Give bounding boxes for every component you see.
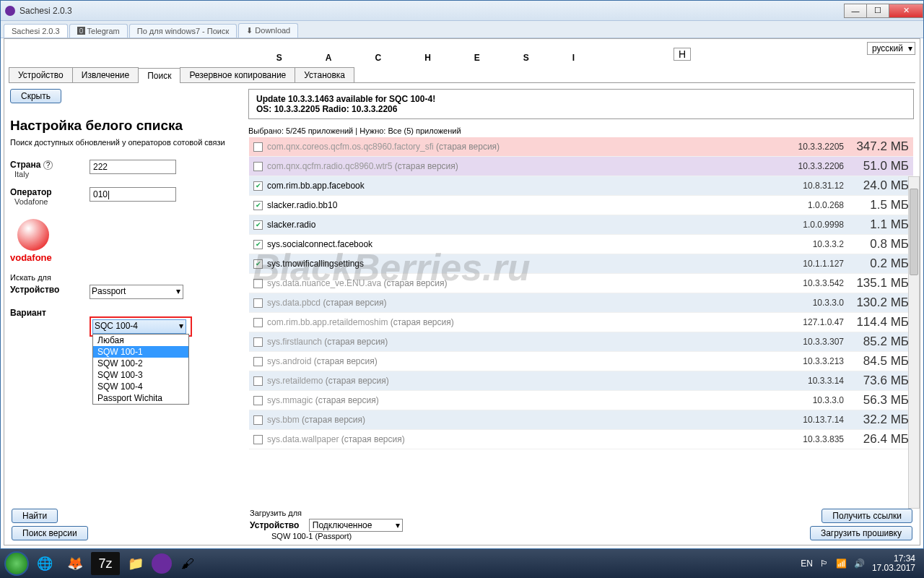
operator-input[interactable]: [90, 187, 176, 202]
list-item[interactable]: ✔slacker.radio.bb101.0.0.2681.5 МБ: [249, 196, 913, 215]
tab-Установка[interactable]: Установка: [295, 67, 354, 82]
browser-tab[interactable]: 🅾 Telegram: [69, 24, 128, 38]
variant-option[interactable]: Любая: [93, 335, 188, 346]
checkbox[interactable]: [253, 376, 263, 386]
checkbox[interactable]: [253, 142, 263, 152]
app-name: sys.tmowificallingsettings: [267, 259, 779, 269]
device-label: Устройство: [10, 285, 59, 295]
app-icon: [5, 6, 15, 16]
checkbox[interactable]: ✔: [253, 220, 263, 230]
app-size: 73.6 МБ: [844, 374, 909, 388]
app-version: 10.3.3.0: [779, 395, 844, 405]
app-version: 10.3.3.0: [779, 298, 844, 308]
checkbox[interactable]: [253, 298, 263, 308]
list-item[interactable]: sys.android (старая версия)10.3.3.21384.…: [249, 352, 913, 371]
list-item[interactable]: com.qnx.coreos.qcfm.os.qc8960.factory_sf…: [249, 137, 913, 157]
checkbox[interactable]: [253, 396, 263, 405]
device-select[interactable]: Passport: [90, 285, 183, 299]
find-button[interactable]: Найти: [12, 509, 58, 523]
start-button[interactable]: [4, 551, 29, 576]
taskbar-chrome-icon[interactable]: 🌐: [30, 552, 59, 575]
checkbox[interactable]: ✔: [253, 181, 263, 191]
list-item[interactable]: sys.data.pbcd (старая версия)10.3.3.0130…: [249, 293, 913, 313]
checkbox[interactable]: [253, 162, 263, 171]
list-item[interactable]: ✔sys.tmowificallingsettings10.1.1.1270.2…: [249, 254, 913, 274]
list-item[interactable]: ✔slacker.radio1.0.0.99981.1 МБ: [249, 215, 913, 235]
close-button[interactable]: ✕: [889, 4, 923, 18]
app-size: 84.5 МБ: [844, 354, 909, 368]
app-version: 1.0.0.9998: [779, 220, 844, 230]
download-firmware-button[interactable]: Загрузить прошивку: [810, 526, 912, 540]
list-item[interactable]: sys.retaildemo (старая версия)10.3.3.147…: [249, 371, 913, 391]
find-version-button[interactable]: Поиск версии: [12, 526, 88, 540]
scrollbar-thumb[interactable]: [910, 189, 918, 275]
variant-option[interactable]: SQW 100-1: [93, 346, 188, 358]
variant-option[interactable]: SQW 100-4: [93, 381, 188, 392]
country-input[interactable]: [90, 160, 176, 174]
app-version: 10.3.3.2206: [779, 161, 844, 171]
checkbox[interactable]: [253, 318, 263, 327]
app-version: 127.1.0.47: [779, 317, 844, 327]
list-item[interactable]: com.qnx.qcfm.radio.qc8960.wtr5 (старая в…: [249, 157, 913, 176]
list-item[interactable]: sys.firstlaunch (старая версия)10.3.3.30…: [249, 332, 913, 352]
taskbar-sachesi-icon[interactable]: [152, 553, 172, 574]
checkbox[interactable]: [253, 279, 263, 288]
variant-option[interactable]: SQW 100-2: [93, 358, 188, 369]
variant-option[interactable]: SQW 100-3: [93, 369, 188, 381]
app-name: com.rim.bb.app.facebook: [267, 181, 779, 191]
title-help-button[interactable]: H: [674, 48, 691, 61]
tray-flag-icon[interactable]: 🏳: [820, 558, 829, 569]
tab-Резервное копирование[interactable]: Резервное копирование: [180, 67, 295, 82]
taskbar-7z-icon[interactable]: 7z: [91, 552, 120, 575]
taskbar-gimp-icon[interactable]: 🖌: [173, 552, 202, 575]
checkbox[interactable]: [253, 337, 263, 347]
tab-Устройство[interactable]: Устройство: [9, 67, 73, 82]
variant-option[interactable]: Passport Wichita: [93, 392, 188, 404]
footer-device-select[interactable]: Подключенное: [309, 519, 403, 532]
taskbar-firefox-icon[interactable]: 🦊: [61, 552, 90, 575]
scrollbar[interactable]: [908, 176, 920, 509]
app-list[interactable]: com.qnx.coreos.qcfm.os.qc8960.factory_sf…: [248, 137, 914, 496]
operator-label: Оператор: [10, 187, 52, 197]
browser-tab[interactable]: Sachesi 2.0.3: [4, 24, 68, 38]
maximize-button[interactable]: ☐: [866, 4, 889, 18]
variant-select[interactable]: SQC 100-4: [92, 319, 186, 334]
checkbox[interactable]: ✔: [253, 259, 263, 269]
checkbox[interactable]: [253, 415, 263, 425]
language-select[interactable]: русский: [867, 42, 915, 55]
hide-button[interactable]: Скрыть: [10, 89, 61, 103]
app-version: 10.3.3.542: [779, 278, 844, 288]
variant-dropdown[interactable]: ЛюбаяSQW 100-1SQW 100-2SQW 100-3SQW 100-…: [92, 334, 189, 405]
list-item[interactable]: sys.bbm (старая версия)10.13.7.1432.2 МБ: [249, 410, 913, 430]
list-item[interactable]: ✔sys.socialconnect.facebook10.3.3.20.8 М…: [249, 235, 913, 254]
checkbox[interactable]: [253, 435, 263, 444]
list-item[interactable]: sys.data.wallpaper (старая версия)10.3.3…: [249, 430, 913, 449]
app-name: com.qnx.coreos.qcfm.os.qc8960.factory_sf…: [267, 142, 779, 152]
taskbar[interactable]: 🌐 🦊 7z 📁 🖌 EN 🏳 📶 🔊 17:3417.03.2017: [0, 549, 924, 578]
tray-clock[interactable]: 17:3417.03.2017: [872, 554, 920, 573]
list-item[interactable]: ✔com.rim.bb.app.facebook10.8.31.1224.0 М…: [249, 176, 913, 196]
app-name: sys.data.nuance_ve.ENU.ava (старая верси…: [267, 278, 779, 288]
app-name: slacker.radio.bb10: [267, 200, 779, 210]
app-size: 56.3 МБ: [844, 393, 909, 407]
tray-network-icon[interactable]: 📶: [836, 558, 847, 569]
tray-lang[interactable]: EN: [801, 558, 813, 569]
tray-volume-icon[interactable]: 🔊: [854, 558, 865, 569]
checkbox[interactable]: ✔: [253, 240, 263, 249]
taskbar-explorer-icon[interactable]: 📁: [121, 552, 150, 575]
get-links-button[interactable]: Получить ссылки: [821, 509, 912, 523]
checkbox[interactable]: [253, 357, 263, 366]
tab-Извлечение[interactable]: Извлечение: [72, 67, 139, 82]
list-item[interactable]: sys.data.nuance_ve.ENU.ava (старая верси…: [249, 274, 913, 293]
checkbox[interactable]: ✔: [253, 201, 263, 210]
app-version: 10.3.3.2: [779, 239, 844, 249]
tab-Поиск[interactable]: Поиск: [138, 68, 180, 83]
help-icon[interactable]: ?: [43, 160, 53, 170]
list-item[interactable]: com.rim.bb.app.retaildemoshim (старая ве…: [249, 313, 913, 332]
browser-tab[interactable]: По для windows7 - Поиск: [129, 24, 237, 38]
update-banner: Update 10.3.3.1463 available for SQC 100…: [248, 89, 914, 119]
list-item[interactable]: sys.mmagic (старая версия)10.3.3.056.3 М…: [249, 391, 913, 410]
app-name: sys.bbm (старая версия): [267, 415, 779, 425]
minimize-button[interactable]: —: [844, 4, 867, 18]
browser-tab[interactable]: ⬇ Download: [238, 23, 298, 38]
